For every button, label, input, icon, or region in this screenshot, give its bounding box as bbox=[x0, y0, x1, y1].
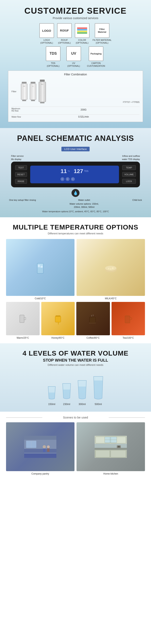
svg-point-27 bbox=[47, 446, 50, 448]
btn-temp[interactable]: TEMP bbox=[122, 165, 136, 170]
filter-bottom-cap-c bbox=[31, 100, 35, 101]
svg-rect-34 bbox=[95, 448, 127, 450]
scene-image-pantry bbox=[6, 422, 74, 471]
spec-row-waterflow: Water flow 0.52L/min bbox=[12, 114, 139, 119]
temp-label-coffee: Coffee/85°C bbox=[76, 336, 110, 339]
option-box-tds[interactable]: TDS bbox=[46, 46, 60, 61]
temp-bottom-row: Warm/25°C Honey/65°C bbox=[0, 302, 151, 340]
glass-svg-500 bbox=[92, 374, 104, 400]
option-label-filter-material: FILTER MATERIAL(OPTIONAL) bbox=[93, 38, 111, 44]
svg-rect-13 bbox=[55, 316, 61, 322]
cold-image-svg bbox=[32, 259, 48, 275]
option-packaging: Packaging CARTONCUSTOMIZATION bbox=[87, 46, 105, 68]
option-rouf: RO/UF RO/UF(OPTIONAL) bbox=[57, 23, 72, 44]
option-box-rouf[interactable]: RO/UF bbox=[57, 23, 72, 38]
section-customized: CUSTOMIZED SERVICE Provide various custo… bbox=[0, 0, 151, 128]
spec-label-waterflow: Water flow bbox=[12, 116, 28, 118]
spec-row-rdflow: MaximumRD flow 200G bbox=[12, 106, 139, 113]
glass-label-230: 230ml bbox=[63, 402, 70, 406]
option-label-uv: UV(OPTIONAL) bbox=[67, 62, 80, 68]
glass-visual-230 bbox=[61, 382, 72, 402]
svg-point-5 bbox=[44, 264, 45, 265]
glass-label-150: 150ml bbox=[48, 402, 55, 406]
glass-svg-150 bbox=[47, 384, 57, 400]
control-panel-device: TEST RESET RINSE 11 °c 127 TDS bbox=[11, 162, 140, 187]
bottom-annotations: One key setup/ filter rinsing Water outl… bbox=[7, 197, 144, 209]
btn-lock[interactable]: LOCK bbox=[122, 179, 136, 184]
temp-label-cold: Cold/10°C bbox=[6, 297, 74, 300]
svg-rect-14 bbox=[56, 315, 60, 316]
pantry-image-svg bbox=[24, 436, 56, 458]
options-row1: LOGO LOGO(OPTIONAL) RO/UF RO/UF(OPTIONAL… bbox=[0, 23, 151, 44]
svg-rect-36 bbox=[96, 450, 110, 457]
water-outlet: 💧 bbox=[71, 189, 80, 197]
page-subtitle: Provide various customized services bbox=[0, 16, 151, 20]
svg-rect-37 bbox=[111, 450, 126, 457]
temp-subtitle: Different temperatures can meet differen… bbox=[0, 232, 151, 235]
option-logo: LOGO LOGO(OPTIONAL) bbox=[40, 23, 54, 44]
scene-kitchen: Home kitchen bbox=[77, 422, 145, 475]
glass-svg-300 bbox=[76, 378, 88, 400]
lcd-badge: LCD User Interface bbox=[61, 147, 89, 151]
glass-label-500: 500ml bbox=[95, 402, 102, 406]
filter-pp: PP bbox=[21, 82, 27, 101]
svg-point-7 bbox=[105, 266, 116, 270]
filter-cap-c bbox=[31, 82, 36, 84]
lcd-icon-2: ◎ bbox=[66, 177, 69, 181]
btn-rinse[interactable]: RINSE bbox=[15, 179, 27, 184]
svg-rect-42 bbox=[118, 446, 120, 448]
btn-test[interactable]: TEST bbox=[15, 165, 27, 170]
scenes-title: Scenes to be used bbox=[0, 416, 151, 419]
right-buttons: TEMP VOLUME LOCK bbox=[122, 165, 136, 184]
temp-cold: Cold/10°C bbox=[6, 239, 74, 300]
option-box-color[interactable] bbox=[75, 23, 89, 38]
btn-volume[interactable]: VOLUME bbox=[122, 172, 136, 177]
filter-c: C bbox=[30, 82, 36, 101]
scene-label-pantry: Company pantry bbox=[31, 472, 49, 475]
svg-rect-18 bbox=[125, 318, 130, 323]
color-stripe-blue bbox=[77, 29, 87, 30]
annotation-water-volume: Water volume options: 150ml, 230ml, 300m… bbox=[68, 202, 100, 209]
filter-body-c: C bbox=[30, 84, 36, 100]
svg-point-8 bbox=[108, 268, 109, 269]
temp-label-warm: Warm/25°C bbox=[6, 336, 40, 339]
section-panel: PANEL SCHEMATIC ANALYSIS LCD User Interf… bbox=[0, 128, 151, 217]
annotation-filter-life: Filter servicelife display bbox=[11, 154, 24, 161]
temp-label-milk: MILK/45°C bbox=[77, 297, 145, 300]
option-uv: UV UV(OPTIONAL) bbox=[66, 46, 81, 68]
temp-label-tea: Tea/100°C bbox=[111, 336, 145, 339]
volume-note: Different water volume can meet differen… bbox=[0, 364, 151, 366]
option-color: COLOR(OPTIONAL) bbox=[75, 23, 89, 44]
scene-pantry: Company pantry bbox=[6, 422, 74, 475]
option-box-filter-material[interactable]: FilterMaterial bbox=[95, 23, 109, 38]
lcd-icon-1: ◎ bbox=[61, 177, 64, 181]
temp-image-honey bbox=[41, 302, 75, 336]
annotation-water-outlet: Water outlet bbox=[78, 198, 90, 202]
annotation-tds-display: Inflow and outflowwater TDS display bbox=[122, 154, 140, 161]
option-box-logo[interactable]: LOGO bbox=[40, 23, 54, 38]
glass-230: 230ml bbox=[61, 382, 72, 406]
svg-rect-26 bbox=[43, 448, 46, 452]
svg-point-4 bbox=[35, 265, 37, 266]
temp-warm: Warm/25°C bbox=[6, 302, 40, 340]
svg-rect-15 bbox=[89, 317, 95, 322]
scene-label-kitchen: Home kitchen bbox=[103, 472, 118, 475]
panel-diagram: LCD User Interface Filter servicelife di… bbox=[7, 147, 144, 213]
filter-bottom-cap-ro bbox=[40, 102, 45, 103]
annotation-child-lock: Child lock bbox=[132, 198, 142, 202]
temp-image-warm bbox=[6, 302, 40, 336]
option-box-packaging[interactable]: Packaging bbox=[89, 46, 103, 61]
section-scenes: Scenes to be used bbox=[0, 412, 151, 481]
volume-subtitle: STOP WHEN THE WATER IS FULL bbox=[0, 358, 151, 362]
spec-value-waterflow: 0.52L/min bbox=[28, 115, 139, 118]
option-filter-material: FilterMaterial FILTER MATERIAL(OPTIONAL) bbox=[93, 23, 111, 44]
filter-label: Filter bbox=[12, 90, 19, 93]
temp-honey: Honey/65°C bbox=[41, 302, 75, 340]
svg-rect-28 bbox=[47, 448, 50, 452]
svg-point-9 bbox=[112, 267, 113, 269]
water-temp-note: Water temperature options:10°C, ambient,… bbox=[7, 209, 144, 213]
option-box-uv[interactable]: UV bbox=[66, 46, 81, 61]
glass-visual-150 bbox=[47, 384, 57, 402]
btn-reset[interactable]: RESET bbox=[15, 172, 27, 177]
svg-rect-16 bbox=[89, 322, 96, 324]
